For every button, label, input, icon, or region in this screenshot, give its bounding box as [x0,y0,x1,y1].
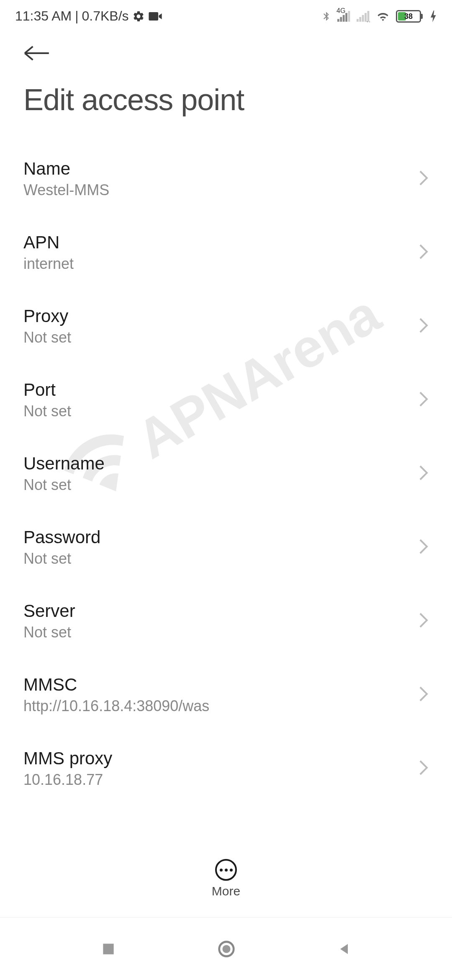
nav-home-button[interactable] [217,939,236,959]
gear-icon [132,10,145,23]
chevron-right-icon [419,243,429,262]
header: Edit access point [0,28,452,125]
camera-icon [148,11,162,21]
svg-rect-5 [357,19,359,21]
svg-rect-3 [345,13,347,22]
charging-icon [430,10,437,22]
setting-value: internet [23,255,419,273]
svg-rect-1 [340,17,342,21]
svg-rect-2 [343,15,345,21]
chevron-right-icon [419,538,429,557]
chevron-right-icon [419,391,429,409]
status-left: 11:35 AM | 0.7KB/s [15,8,162,24]
setting-label: MMSC [23,675,419,695]
setting-label: Server [23,601,419,621]
setting-label: Name [23,159,419,179]
setting-item-mmsc[interactable]: MMSC http://10.16.18.4:38090/was [0,658,452,732]
chevron-right-icon [419,170,429,188]
chevron-right-icon [419,317,429,335]
chevron-right-icon [419,759,429,778]
setting-label: Proxy [23,306,419,326]
more-dots-icon [215,859,237,881]
svg-point-13 [222,945,230,953]
chevron-right-icon [419,686,429,704]
signal-4g-icon: 4G [337,10,351,22]
wifi-icon [376,10,390,22]
setting-value: Not set [23,329,419,346]
svg-text:✕: ✕ [366,20,370,22]
setting-value: Not set [23,550,419,567]
nav-recents-button[interactable] [100,941,116,957]
back-button[interactable] [23,45,50,62]
status-right: 4G ✕ 38 [321,9,437,23]
setting-value: Not set [23,476,419,494]
content-area: APNArena Name Westel-MMS APN internet Pr… [0,125,452,871]
chevron-right-icon [419,464,429,483]
nav-back-button[interactable] [336,941,352,957]
setting-item-apn[interactable]: APN internet [0,216,452,289]
setting-item-mms-proxy[interactable]: MMS proxy 10.16.18.77 [0,732,452,805]
bluetooth-icon [321,9,331,23]
more-button[interactable]: More [0,851,452,907]
setting-item-username[interactable]: Username Not set [0,437,452,511]
status-data-rate: 0.7KB/s [82,8,129,24]
svg-rect-11 [103,944,113,954]
setting-label: Password [23,527,419,547]
settings-list[interactable]: Name Westel-MMS APN internet Proxy Not s… [0,142,452,854]
setting-value: Westel-MMS [23,181,419,199]
setting-value: Not set [23,624,419,641]
setting-value: Not set [23,402,419,420]
svg-rect-4 [348,11,350,22]
setting-item-proxy[interactable]: Proxy Not set [0,289,452,363]
svg-rect-6 [359,17,361,21]
setting-item-name[interactable]: Name Westel-MMS [0,142,452,216]
more-label: More [212,884,240,898]
setting-item-port[interactable]: Port Not set [0,363,452,437]
svg-rect-0 [337,19,339,21]
chevron-right-icon [419,612,429,630]
page-title: Edit access point [23,83,429,117]
svg-rect-7 [362,15,364,21]
setting-label: Username [23,454,419,474]
setting-label: MMS proxy [23,748,419,769]
navigation-bar [0,917,452,980]
status-bar: 11:35 AM | 0.7KB/s 4G ✕ 38 [0,0,452,28]
status-time: 11:35 AM [15,8,72,24]
setting-label: Port [23,380,419,400]
battery-indicator: 38 [396,10,423,23]
setting-label: APN [23,232,419,253]
setting-value: http://10.16.18.4:38090/was [23,697,419,715]
setting-item-server[interactable]: Server Not set [0,584,452,658]
signal-no-sim-icon: ✕ [357,10,370,22]
setting-value: 10.16.18.77 [23,771,419,789]
setting-item-password[interactable]: Password Not set [0,511,452,584]
